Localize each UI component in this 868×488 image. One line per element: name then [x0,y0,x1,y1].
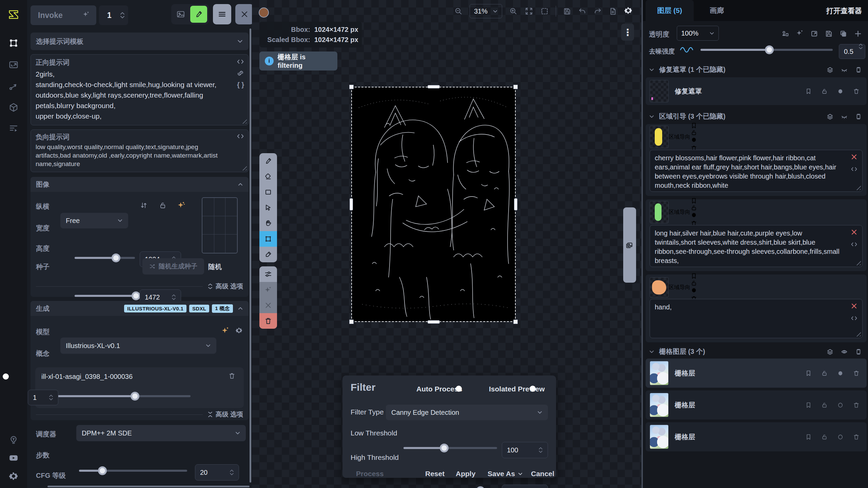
region1-prompt-box[interactable]: cherry blossoms,hair flower,pink flower,… [650,150,863,192]
layers-icon[interactable] [827,348,833,355]
denoise-slider[interactable] [701,49,833,51]
lock-open-icon[interactable] [821,370,828,377]
optimize-size-sparkle-icon[interactable] [177,201,186,211]
invoke-button[interactable]: Invoke [31,5,96,25]
negative-prompt-box[interactable]: 负向提示词 low quality,worst quality,normal q… [31,129,249,172]
crop-frame-icon[interactable] [855,113,862,120]
trash-icon[interactable] [853,370,860,377]
high-threshold-input[interactable]: 200 [502,485,548,488]
lora-weight-input[interactable]: 1 [28,390,58,405]
code-icon[interactable] [237,58,244,65]
opacity-circle-icon[interactable] [837,370,844,377]
trash-icon[interactable] [853,402,860,409]
code-icon[interactable] [851,241,857,248]
raster-layer-row-1[interactable]: 栅格层 [646,359,867,388]
eye-open-icon[interactable] [841,348,848,355]
transform-sparkle-icon[interactable] [259,282,277,298]
random-seed-button[interactable]: 随机生成种子 [142,258,204,274]
stepper-down-icon[interactable] [120,16,125,19]
layers-icon[interactable] [827,113,833,120]
lock-open-icon[interactable] [690,204,697,211]
bookmark-icon[interactable] [690,272,697,280]
region-card-3[interactable]: 区域导向 hand, [646,274,867,342]
crop-to-bbox-icon[interactable] [810,30,818,38]
canvas-area[interactable]: 31% ⋮ Bbox: 1024×1472 px Scaled Bbox: 10… [252,0,642,488]
brush-mode-button[interactable] [190,6,207,23]
horizontal-scrollbar[interactable] [47,486,250,487]
positive-prompt-text[interactable]: 2girls, standing,check-to-check,light sm… [36,69,232,121]
bbox-handle-w[interactable] [350,198,353,210]
code-icon[interactable] [237,133,244,140]
crop-frame-icon[interactable] [855,348,862,355]
lock-open-icon[interactable] [690,129,697,136]
settings-gear-icon[interactable] [8,471,19,483]
move-tool-icon[interactable] [259,200,277,216]
bookmark-icon[interactable] [690,197,697,204]
remove-prompt-x-icon[interactable] [851,303,857,309]
undo-icon[interactable] [578,7,587,16]
add-layer-plus-icon[interactable] [854,30,862,38]
raster-layer-row-3[interactable]: 栅格层 [646,422,867,451]
opacity-circle-outline-icon[interactable] [837,402,844,409]
bookmark-icon[interactable] [805,88,812,95]
crop-frame-icon[interactable] [855,66,862,73]
gallery-panel-toggle[interactable] [623,207,636,283]
bbox-handle-sw[interactable] [349,320,354,324]
bbox-handle-nw[interactable] [349,85,354,89]
swap-dimensions-icon[interactable] [140,201,148,209]
generation-advanced-options[interactable]: 高级 选项 [36,410,243,419]
opacity-circle-icon[interactable] [837,88,844,95]
region2-prompt-box[interactable]: long hair,silver hair,blue hair,cute,pur… [650,225,863,267]
bbox-handle-n[interactable] [428,85,440,88]
canvas-tab-icon[interactable] [8,38,19,48]
tab-gallery[interactable]: 画廊 [700,0,734,21]
delete-layer-trash-icon[interactable] [259,313,277,329]
model-sparkle-icon[interactable] [221,326,230,336]
apply-button[interactable]: Apply [456,470,475,478]
zoom-out-icon[interactable] [454,7,463,16]
prompt-template-selector[interactable]: 选择提示词模板 [31,33,249,50]
aspect-select[interactable]: Free [60,213,128,228]
image-mode-button[interactable] [173,6,189,23]
merge-visible-icon[interactable] [781,30,789,38]
lock-open-icon[interactable] [821,433,828,441]
denoise-stepper[interactable] [859,43,863,49]
collapse-chevron-icon[interactable] [238,306,243,311]
color-swatch[interactable] [259,7,269,18]
save-canvas-icon[interactable] [825,30,833,38]
image-advanced-options[interactable]: 高级 选项 [36,282,243,291]
low-threshold-slider[interactable] [403,447,497,449]
region-card-1[interactable]: 区域导向 cherry blossoms,hair flower,pink fl… [646,124,867,196]
generation-bbox[interactable] [352,87,515,321]
region-card-2[interactable]: 区域导向 long hair,silver hair,blue hair,cut… [646,199,867,271]
bbox-handle-se[interactable] [513,320,518,324]
lock-aspect-icon[interactable] [159,201,167,209]
new-canvas-icon[interactable] [609,7,617,16]
inpaint-section-header[interactable]: 修复遮罩 (1 个已隐藏) [643,65,868,74]
canvas-settings-gear-icon[interactable] [624,6,633,16]
region2-prompt-text[interactable]: long hair,silver hair,blue hair,cute,pur… [655,229,840,264]
redo-icon[interactable] [593,7,602,16]
trash-icon[interactable] [853,433,860,441]
canvas-more-menu-button[interactable]: ⋮ [621,24,634,41]
bbox-handle-s[interactable] [428,320,440,324]
duplicate-icon[interactable] [840,30,847,38]
upscale-tab-icon[interactable] [8,60,19,70]
menu-button[interactable] [213,4,231,24]
save-as-button[interactable]: Save As [488,470,523,478]
negative-prompt-text[interactable]: low quality,worst quality,normal quality… [36,143,232,168]
fit-to-view-icon[interactable] [525,7,533,16]
eye-closed-icon[interactable] [841,66,848,73]
raster-section-header[interactable]: 栅格图层 (3 个) [643,347,868,356]
models-tab-icon[interactable] [8,102,19,113]
vertical-scrollbar[interactable] [250,28,251,483]
region3-prompt-text[interactable]: hand, [655,303,672,311]
save-icon[interactable] [563,7,571,16]
code-icon[interactable] [851,315,857,322]
cancel-x-icon[interactable] [259,298,277,313]
queue-tab-icon[interactable] [8,123,19,134]
bookmark-icon[interactable] [805,370,812,377]
filter-type-select[interactable]: Canny Edge Detection [386,405,548,420]
collapse-chevron-icon[interactable] [238,182,243,187]
inpaint-layer-row[interactable]: 修复遮罩 [646,77,867,105]
